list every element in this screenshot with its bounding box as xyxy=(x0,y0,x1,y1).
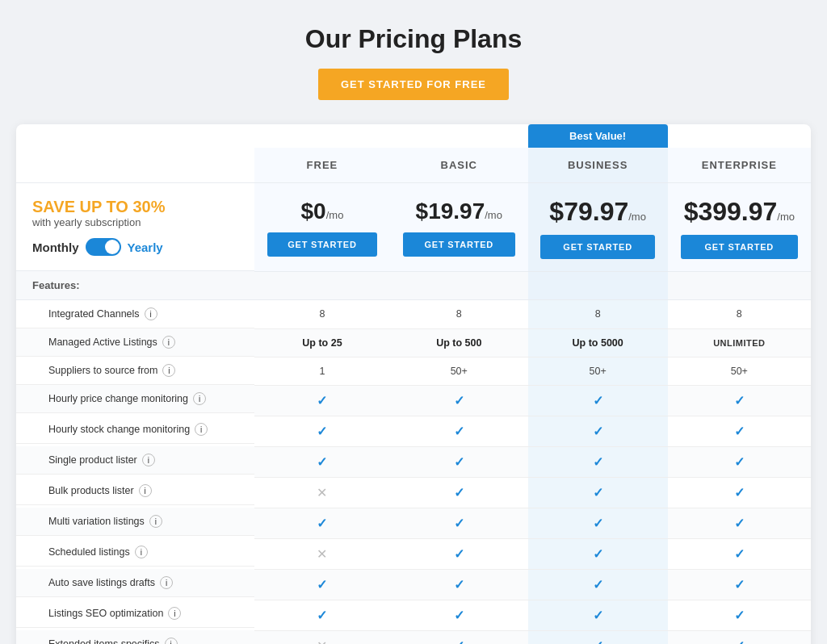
feature-value-cell: Up to 5000 xyxy=(528,328,668,357)
price-toggle-row: SAVE UP TO 30% with yearly subscription … xyxy=(16,183,811,272)
get-started-basic[interactable]: GET STARTED xyxy=(403,232,515,257)
info-icon[interactable]: i xyxy=(142,454,155,466)
info-icon[interactable]: i xyxy=(160,576,173,589)
cross-icon: ✕ xyxy=(317,486,327,500)
plan-header-left xyxy=(16,148,254,183)
page-title: Our Pricing Plans xyxy=(16,24,811,54)
best-value-row: Best Value! xyxy=(16,124,811,148)
feature-label-cell: Single product lister i xyxy=(16,446,254,475)
check-icon: ✓ xyxy=(454,578,464,592)
info-icon[interactable]: i xyxy=(145,307,157,320)
feature-name: Suppliers to source from xyxy=(48,365,157,376)
feature-value-cell: 50+ xyxy=(390,357,528,385)
feature-label-cell: Hourly stock change monitoring i xyxy=(16,416,254,444)
info-icon[interactable]: i xyxy=(162,336,175,349)
feature-value-cell: ✓ xyxy=(668,416,811,446)
feature-value-cell: 8 xyxy=(668,300,811,329)
info-icon[interactable]: i xyxy=(162,364,175,377)
feature-label-inner: Scheduled listings i xyxy=(32,546,148,558)
feature-value-cell: Up to 25 xyxy=(254,328,390,357)
feature-value: 50+ xyxy=(590,366,607,377)
feature-value-cell: ✓ xyxy=(528,630,668,644)
check-icon: ✓ xyxy=(317,516,327,530)
feature-label-inner: Hourly stock change monitoring i xyxy=(32,423,208,436)
left-panel-cell: SAVE UP TO 30% with yearly subscription … xyxy=(16,183,254,272)
check-icon: ✓ xyxy=(734,608,745,622)
feature-value-cell: ✓ xyxy=(668,385,811,416)
info-icon[interactable]: i xyxy=(193,392,206,405)
check-icon: ✓ xyxy=(454,608,464,622)
best-value-badge: Best Value! xyxy=(528,124,668,148)
toggle-switch[interactable] xyxy=(86,238,121,256)
feature-value: 8 xyxy=(319,308,325,320)
feature-label-inner: Extended items specifics i xyxy=(32,638,178,644)
feature-label-cell: Bulk products lister i xyxy=(16,477,254,505)
price-cell-free: $0/mo GET STARTED xyxy=(254,183,390,272)
feature-row: Hourly price change monitoring i ✓✓✓✓ xyxy=(16,385,811,416)
feature-row: Hourly stock change monitoring i ✓✓✓✓ xyxy=(16,416,811,446)
check-icon: ✓ xyxy=(734,578,745,592)
feature-label-cell: Listings SEO optimization i xyxy=(16,600,254,628)
feature-value-cell: 50+ xyxy=(528,357,668,385)
check-icon: ✓ xyxy=(454,547,464,561)
feature-row: Bulk products lister i ✕✓✓✓ xyxy=(16,477,811,508)
feature-value-cell: ✓ xyxy=(390,477,528,508)
features-header-free xyxy=(254,271,390,300)
info-icon[interactable]: i xyxy=(195,423,208,436)
cta-button[interactable]: GET STARTED FOR FREE xyxy=(318,69,509,100)
check-icon: ✓ xyxy=(734,639,745,645)
check-icon: ✓ xyxy=(593,394,603,408)
feature-label-cell: Suppliers to source from i xyxy=(16,357,254,385)
feature-value-cell: ✓ xyxy=(528,600,668,630)
feature-value-cell: 8 xyxy=(528,300,668,329)
feature-value-cell: ✕ xyxy=(254,477,390,508)
info-icon[interactable]: i xyxy=(149,515,162,528)
plan-header-enterprise: ENTERPRISE xyxy=(668,148,811,183)
best-value-empty-basic xyxy=(390,124,528,148)
price-mo-basic: /mo xyxy=(485,209,502,221)
check-icon: ✓ xyxy=(317,455,327,469)
feature-value-cell: ✓ xyxy=(390,416,528,446)
save-text: SAVE UP TO 30% xyxy=(32,198,238,216)
check-icon: ✓ xyxy=(734,394,745,408)
check-icon: ✓ xyxy=(734,516,745,530)
cross-icon: ✕ xyxy=(317,547,327,561)
price-mo-business: /mo xyxy=(628,211,646,223)
get-started-business[interactable]: GET STARTED xyxy=(540,235,654,259)
price-amount-free: $0 xyxy=(301,199,326,224)
info-icon[interactable]: i xyxy=(139,484,152,497)
feature-label-inner: Single product lister i xyxy=(32,454,155,466)
features-header-enterprise xyxy=(668,271,811,300)
feature-value: 50+ xyxy=(451,366,468,377)
feature-value-cell: Up to 500 xyxy=(390,328,528,357)
get-started-enterprise[interactable]: GET STARTED xyxy=(681,235,798,259)
feature-label-cell: Integrated Channels i xyxy=(16,300,254,328)
check-icon: ✓ xyxy=(317,394,327,408)
feature-value-cell: 8 xyxy=(390,300,528,329)
check-icon: ✓ xyxy=(593,516,603,530)
check-icon: ✓ xyxy=(454,455,464,469)
plan-header-row: FREE BASIC BUSINESS ENTERPRISE xyxy=(16,148,811,183)
feature-name: Listings SEO optimization xyxy=(48,608,163,619)
info-icon[interactable]: i xyxy=(135,546,148,558)
plan-header-free: FREE xyxy=(254,148,390,183)
feature-row: Auto save listings drafts i ✓✓✓✓ xyxy=(16,569,811,600)
info-icon[interactable]: i xyxy=(165,638,178,644)
price-amount-basic: $19.97 xyxy=(416,199,485,224)
feature-label-cell: Hourly price change monitoring i xyxy=(16,385,254,413)
check-icon: ✓ xyxy=(593,639,603,645)
get-started-free[interactable]: GET STARTED xyxy=(267,232,378,257)
check-icon: ✓ xyxy=(593,455,603,469)
check-icon: ✓ xyxy=(734,486,745,500)
pricing-table: Best Value! FREE BASIC BUSINESS ENTERPRI… xyxy=(16,124,811,644)
check-icon: ✓ xyxy=(317,608,327,622)
check-icon: ✓ xyxy=(734,547,745,561)
feature-name: Bulk products lister xyxy=(48,485,134,496)
best-value-empty-enterprise xyxy=(668,124,811,148)
info-icon[interactable]: i xyxy=(168,607,181,620)
check-icon: ✓ xyxy=(734,455,745,469)
price-cell-enterprise: $399.97/mo GET STARTED xyxy=(668,183,811,272)
plan-header-business: BUSINESS xyxy=(528,148,668,183)
feature-name: Auto save listings drafts xyxy=(48,577,155,588)
feature-label-cell: Scheduled listings i xyxy=(16,538,254,567)
